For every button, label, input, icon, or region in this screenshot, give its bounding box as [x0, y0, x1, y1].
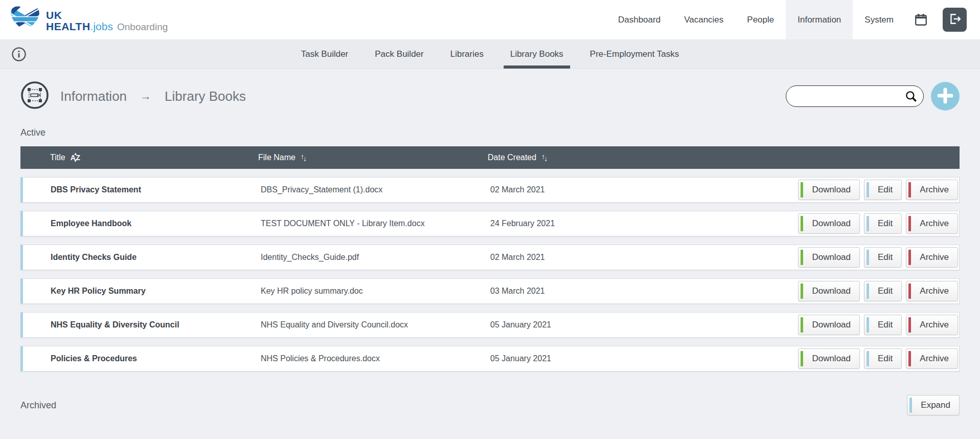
edit-button[interactable]: Edit	[864, 348, 902, 369]
download-button[interactable]: Download	[798, 247, 860, 268]
action-label: Archive	[920, 286, 949, 296]
active-section-label: Active	[20, 127, 960, 138]
nav-item-dashboard[interactable]: Dashboard	[606, 0, 672, 39]
action-label: Download	[812, 252, 851, 262]
row-title: DBS Privacy Statement	[23, 185, 261, 194]
table-row: NHS Equality & Diversity Council NHS Equ…	[20, 312, 960, 338]
nav-item-information[interactable]: Information	[786, 0, 853, 39]
plus-icon	[936, 86, 954, 106]
sign-out-button[interactable]	[943, 8, 967, 32]
brand-product: Onboarding	[117, 22, 168, 32]
row-actions: DownloadEditArchive	[775, 213, 959, 234]
library-books-table-body: DBS Privacy Statement DBS_Privacy_Statem…	[20, 177, 960, 371]
row-actions: DownloadEditArchive	[775, 281, 959, 301]
breadcrumb: Information → Library Books	[60, 89, 246, 104]
download-button[interactable]: Download	[798, 348, 860, 369]
subnav-item-libraries[interactable]: Libraries	[450, 39, 484, 69]
row-date-created: 24 February 2021	[490, 219, 775, 228]
row-title: Policies & Procedures	[23, 354, 261, 363]
brand-text: UK HEALTH.jobs Onboarding	[46, 8, 168, 32]
page-content: Information → Library Books	[0, 80, 980, 415]
table-row: Policies & Procedures NHS Policies & Pro…	[20, 346, 960, 371]
download-button[interactable]: Download	[798, 315, 860, 335]
info-icon[interactable]	[11, 47, 27, 62]
subnav-item-pre-employment-tasks[interactable]: Pre-Employment Tasks	[590, 39, 679, 69]
row-date-created: 02 March 2021	[490, 185, 775, 194]
expand-stripe	[909, 398, 912, 413]
subnav-item-task-builder[interactable]: Task Builder	[301, 39, 349, 69]
edit-stripe	[867, 216, 869, 231]
brand-jobs: .jobs	[90, 21, 113, 32]
search-icon[interactable]	[904, 90, 918, 103]
brand-health: HEALTH	[46, 21, 90, 32]
edit-button[interactable]: Edit	[864, 281, 902, 301]
action-label: Edit	[878, 185, 893, 194]
download-button[interactable]: Download	[798, 180, 860, 200]
subnav-item-library-books[interactable]: Library Books	[510, 39, 563, 69]
edit-stripe	[867, 317, 869, 333]
action-label: Download	[812, 320, 851, 330]
sub-nav: Task Builder Pack Builder Libraries Libr…	[301, 39, 679, 69]
archive-button[interactable]: Archive	[906, 247, 958, 268]
brand-logo: UK HEALTH.jobs Onboarding	[0, 0, 168, 39]
archive-stripe	[908, 317, 911, 333]
column-header-title[interactable]: Title	[50, 153, 65, 162]
top-header: UK HEALTH.jobs Onboarding Dashboard Vaca…	[0, 0, 980, 39]
table-row: Employee Handbook TEST DOCUMENT ONLY - L…	[20, 211, 960, 236]
archive-button[interactable]: Archive	[906, 213, 958, 234]
breadcrumb-arrow-icon: →	[140, 90, 151, 103]
action-label: Edit	[878, 252, 893, 262]
edit-button[interactable]: Edit	[864, 315, 902, 335]
archive-button[interactable]: Archive	[906, 180, 958, 200]
archive-button[interactable]: Archive	[906, 348, 958, 369]
sub-nav-bar: Task Builder Pack Builder Libraries Libr…	[0, 39, 980, 69]
row-file-name: NHS Equality and Diversity Council.docx	[261, 320, 490, 330]
action-label: Edit	[878, 218, 893, 228]
subnav-item-pack-builder[interactable]: Pack Builder	[375, 39, 423, 69]
table-row: DBS Privacy Statement DBS_Privacy_Statem…	[20, 177, 960, 203]
column-header-date-created[interactable]: Date Created	[488, 153, 536, 162]
breadcrumb-row: Information → Library Books	[20, 80, 960, 112]
download-button[interactable]: Download	[798, 213, 860, 234]
sort-arrows-icon[interactable]: ↑ ↓	[301, 153, 306, 162]
search-input[interactable]	[786, 85, 924, 107]
archive-button[interactable]: Archive	[906, 281, 958, 301]
row-actions: DownloadEditArchive	[775, 180, 959, 200]
action-label: Download	[812, 286, 851, 296]
edit-button[interactable]: Edit	[864, 180, 902, 200]
sort-alpha-icon[interactable]: ▴ AZ ▾	[71, 152, 81, 163]
archive-button[interactable]: Archive	[906, 315, 958, 335]
row-date-created: 05 January 2021	[490, 320, 775, 330]
design-pencil-icon	[20, 81, 49, 112]
add-library-book-button[interactable]	[931, 82, 960, 111]
edit-button[interactable]: Edit	[864, 247, 902, 268]
nav-item-people[interactable]: People	[735, 0, 786, 39]
column-header-file-name[interactable]: File Name	[258, 153, 295, 162]
calendar-icon[interactable]	[905, 0, 937, 39]
row-title: Key HR Policy Summary	[23, 287, 261, 296]
action-label: Download	[812, 354, 851, 363]
row-actions: DownloadEditArchive	[775, 315, 959, 335]
action-label: Archive	[920, 252, 949, 262]
nav-item-system[interactable]: System	[853, 0, 905, 39]
download-button[interactable]: Download	[798, 281, 860, 301]
action-label: Download	[812, 218, 851, 228]
breadcrumb-section[interactable]: Information	[60, 89, 127, 104]
archived-section-label: Archived	[20, 400, 56, 411]
archive-stripe	[908, 182, 911, 197]
expand-label: Expand	[921, 400, 950, 410]
expand-archived-button[interactable]: Expand	[907, 395, 960, 415]
download-stripe	[801, 182, 803, 197]
download-stripe	[801, 317, 803, 333]
row-file-name: Key HR policy summary.doc	[261, 287, 490, 296]
edit-button[interactable]: Edit	[864, 213, 902, 234]
archived-section: Archived Expand	[20, 395, 960, 415]
download-stripe	[801, 351, 803, 366]
table-row: Key HR Policy Summary Key HR policy summ…	[20, 278, 960, 304]
nav-item-vacancies[interactable]: Vacancies	[672, 0, 735, 39]
row-date-created: 03 March 2021	[490, 287, 775, 296]
row-title: NHS Equality & Diversity Council	[23, 320, 261, 330]
row-file-name: Identity_Checks_Guide.pdf	[261, 253, 490, 262]
sort-arrows-icon[interactable]: ↑ ↓	[541, 153, 546, 162]
row-actions: DownloadEditArchive	[775, 247, 959, 268]
